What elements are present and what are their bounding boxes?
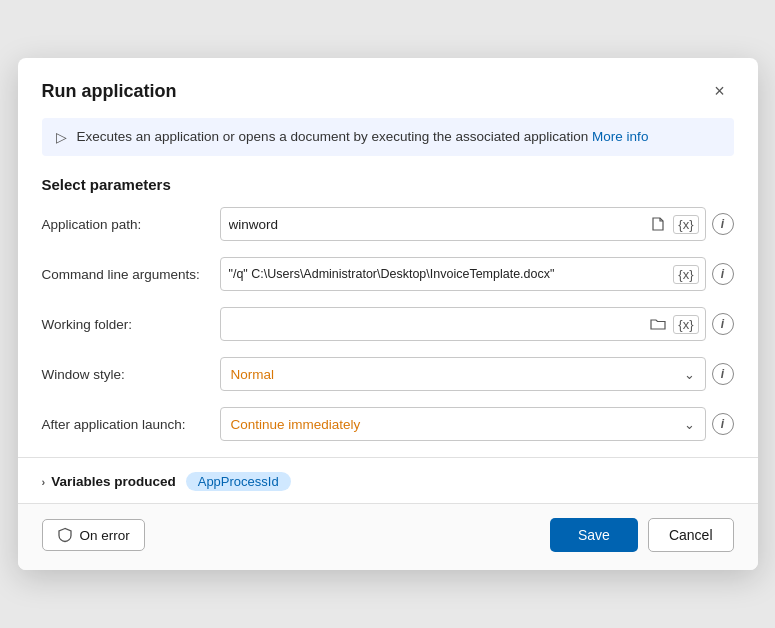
application-path-input-wrapper: {x} bbox=[220, 207, 706, 241]
dialog-title: Run application bbox=[42, 81, 177, 102]
window-style-select[interactable]: Normal ⌄ bbox=[220, 357, 706, 391]
folder-browse-button[interactable] bbox=[647, 315, 669, 333]
run-application-dialog: Run application × ▷ Executes an applicat… bbox=[18, 58, 758, 571]
window-style-label: Window style: bbox=[42, 367, 212, 382]
info-button-cmdline[interactable]: i bbox=[712, 263, 734, 285]
info-button-winstyle[interactable]: i bbox=[712, 363, 734, 385]
working-folder-control: {x} i bbox=[220, 307, 734, 341]
info-button-afterlaunch[interactable]: i bbox=[712, 413, 734, 435]
after-launch-label: After application launch: bbox=[42, 417, 212, 432]
window-style-row: Window style: Normal ⌄ i bbox=[42, 357, 734, 391]
save-button[interactable]: Save bbox=[550, 518, 638, 552]
command-line-row: Command line arguments: {x} i bbox=[42, 257, 734, 291]
close-button[interactable]: × bbox=[706, 78, 734, 106]
command-line-label: Command line arguments: bbox=[42, 267, 212, 282]
working-folder-row: Working folder: {x} i bbox=[42, 307, 734, 341]
application-path-row: Application path: {x} i bbox=[42, 207, 734, 241]
after-launch-chevron-icon: ⌄ bbox=[684, 417, 695, 432]
command-line-input-wrapper: {x} bbox=[220, 257, 706, 291]
window-style-control: Normal ⌄ i bbox=[220, 357, 734, 391]
variables-toggle-label: Variables produced bbox=[51, 474, 176, 489]
application-path-input[interactable] bbox=[229, 208, 644, 240]
footer-right-buttons: Save Cancel bbox=[550, 518, 734, 552]
file-browse-button[interactable] bbox=[647, 214, 669, 234]
more-info-link[interactable]: More info bbox=[592, 129, 648, 144]
after-launch-row: After application launch: Continue immed… bbox=[42, 407, 734, 441]
curly-braces-button-workfolder[interactable]: {x} bbox=[673, 315, 698, 334]
parameters-area: Application path: {x} i bbox=[18, 207, 758, 441]
after-launch-control: Continue immediately ⌄ i bbox=[220, 407, 734, 441]
section-title: Select parameters bbox=[18, 172, 758, 207]
working-folder-label: Working folder: bbox=[42, 317, 212, 332]
divider bbox=[18, 457, 758, 458]
variables-row: › Variables produced AppProcessId bbox=[18, 470, 758, 503]
cancel-button[interactable]: Cancel bbox=[648, 518, 734, 552]
dialog-header: Run application × bbox=[18, 58, 758, 118]
play-icon: ▷ bbox=[56, 129, 67, 145]
variables-toggle[interactable]: › Variables produced bbox=[42, 474, 176, 489]
after-launch-value: Continue immediately bbox=[231, 417, 361, 432]
info-button-apppath[interactable]: i bbox=[712, 213, 734, 235]
command-line-control: {x} i bbox=[220, 257, 734, 291]
after-launch-select[interactable]: Continue immediately ⌄ bbox=[220, 407, 706, 441]
working-folder-input-wrapper: {x} bbox=[220, 307, 706, 341]
on-error-button[interactable]: On error bbox=[42, 519, 145, 551]
shield-icon bbox=[57, 527, 73, 543]
info-banner-text: Executes an application or opens a docum… bbox=[77, 128, 649, 147]
command-line-input[interactable] bbox=[229, 258, 670, 290]
working-folder-input[interactable] bbox=[229, 308, 644, 340]
info-banner: ▷ Executes an application or opens a doc… bbox=[42, 118, 734, 157]
variable-badge-appprocessid: AppProcessId bbox=[186, 472, 291, 491]
application-path-label: Application path: bbox=[42, 217, 212, 232]
info-button-workfolder[interactable]: i bbox=[712, 313, 734, 335]
application-path-control: {x} i bbox=[220, 207, 734, 241]
variables-chevron-icon: › bbox=[42, 476, 46, 488]
dialog-footer: On error Save Cancel bbox=[18, 503, 758, 570]
window-style-chevron-icon: ⌄ bbox=[684, 367, 695, 382]
on-error-label: On error bbox=[80, 528, 130, 543]
window-style-value: Normal bbox=[231, 367, 275, 382]
curly-braces-button-cmdline[interactable]: {x} bbox=[673, 265, 698, 284]
curly-braces-button-apppath[interactable]: {x} bbox=[673, 215, 698, 234]
